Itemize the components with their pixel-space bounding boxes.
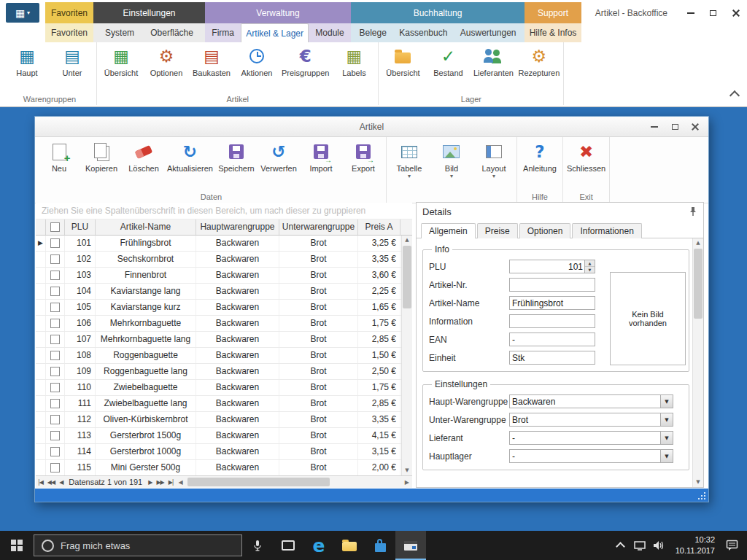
toolbar-item-import[interactable]: →Import [300,137,342,191]
nav-first-button[interactable]: |◀ [36,479,45,486]
table-row[interactable]: 112Oliven-KürbiskernbrotBackwarenBrot3,3… [36,412,401,428]
minimize-button[interactable] [679,2,702,23]
checkbox[interactable] [50,303,60,312]
scroll-left-icon[interactable]: ◀ [179,477,183,488]
checkbox[interactable] [50,238,60,248]
checkbox[interactable] [50,447,60,456]
dropdown-arrow-icon[interactable]: ▼ [660,432,673,444]
toolbar-item-tabelle[interactable]: Tabelle▾ [388,137,430,191]
ribbon-item-bersicht[interactable]: Übersicht [380,42,425,93]
ribbon-item-unter[interactable]: ▤Unter [50,42,95,93]
dropdown-arrow-icon[interactable]: ▼ [660,450,673,462]
nav-next-button[interactable]: ▶ [146,479,154,486]
grid-header-unterwarengruppe[interactable]: Unterwarengruppe [279,219,358,235]
tab-system[interactable]: System [101,23,139,42]
nav-next-page-button[interactable]: ▶▶ [154,479,166,486]
toolbar-item-schliessen[interactable]: ✖Schliessen [565,137,608,191]
backoffice-app-button[interactable] [395,531,426,560]
app-menu-button[interactable]: ▦ ▾ [6,3,39,23]
lieferant-select[interactable]: -▼ [509,431,673,445]
spinner-buttons[interactable]: ▲▼ [584,260,595,273]
details-tab-optionen[interactable]: Optionen [519,223,571,238]
table-row[interactable]: 108RoggenbaguetteBackwarenBrot1,50 € [36,348,401,364]
dropdown-arrow-icon[interactable]: ▼ [660,413,673,426]
nav-prev-button[interactable]: ◀ [57,479,65,486]
grid-vertical-scrollbar[interactable]: ▲ ▼ [401,236,412,475]
ribbon-category-einstellungen[interactable]: Einstellungen [93,2,205,23]
information-input[interactable] [509,314,595,328]
checkbox[interactable] [50,399,60,408]
tab-favoriten[interactable]: Favoriten [47,23,92,42]
checkbox[interactable] [50,431,60,440]
scrollbar-thumb[interactable] [187,478,330,486]
ribbon-item-baukasten[interactable]: ▤Baukasten [189,42,234,93]
ribbon-item-haupt[interactable]: ▦Haupt [4,42,50,93]
ribbon-item-rezepturen[interactable]: ⚙Rezepturen [516,42,562,93]
grid-header-plu[interactable]: PLU [65,219,96,235]
artikel-window-titlebar[interactable]: Artikel [35,117,708,137]
close-button[interactable] [724,2,747,23]
tray-expand-button[interactable] [611,541,630,550]
checkbox[interactable] [50,463,60,472]
plu-input[interactable]: 101▲▼ [509,260,595,273]
einheit-input[interactable]: Stk [509,351,595,365]
store-button[interactable] [365,531,395,560]
checkbox[interactable] [50,222,60,232]
microphone-button[interactable] [242,531,273,560]
scroll-down-icon[interactable]: ▼ [693,478,703,487]
grid-header-hauptwarengruppe[interactable]: Hauptwarengruppe [196,219,279,235]
nav-prev-page-button[interactable]: ◀◀ [45,479,57,486]
action-center-button[interactable] [722,540,741,551]
scroll-right-icon[interactable]: ▶ [405,477,409,488]
ribbon-category-verwaltung[interactable]: Verwaltung [205,2,351,23]
details-tab-preise[interactable]: Preise [477,223,518,238]
dropdown-arrow-icon[interactable]: ▼ [660,395,673,408]
volume-button[interactable] [649,540,668,551]
tab-auswertungen[interactable]: Auswertungen [456,23,521,42]
grid-header-artikel-name[interactable]: Artikel-Name [96,219,196,235]
toolbar-item-export[interactable]: →Export [342,137,384,191]
scrollbar-thumb[interactable] [403,246,411,308]
toolbar-item-l-schen[interactable]: Löschen [123,137,165,191]
checkbox[interactable] [50,319,60,328]
tab-oberfl-che[interactable]: Oberfläche [146,23,198,42]
ribbon-category-favoriten[interactable]: Favoriten [45,2,93,23]
file-explorer-button[interactable] [334,531,365,560]
scroll-up-icon[interactable]: ▲ [402,236,412,245]
toolbar-item-layout[interactable]: Layout▾ [473,137,515,191]
tab-firma[interactable]: Firma [207,23,239,42]
table-row[interactable]: 104Kaviarstange langBackwarenBrot2,25 € [36,284,401,300]
table-row[interactable]: 106MehrkornbaguetteBackwarenBrot1,75 € [36,316,401,332]
checkbox[interactable] [50,415,60,424]
toolbar-item-aktualisieren[interactable]: ↻Aktualisieren [165,137,215,191]
table-row[interactable]: 111Zwiebelbaguette langBackwarenBrot2,85… [36,396,401,412]
table-row[interactable]: 105Kaviarstange kurzBackwarenBrot1,65 € [36,300,401,316]
maximize-button[interactable] [702,2,724,23]
hauptlager-select[interactable]: -▼ [509,449,673,463]
ribbon-item-lieferanten[interactable]: Lieferanten [471,42,516,93]
nav-last-button[interactable]: ▶| [166,479,176,486]
tab-artikel-lager[interactable]: Artikel & Lager [241,23,309,42]
artikel-name-input[interactable]: Frühlingsbrot [509,296,595,310]
maximize-button[interactable] [665,117,685,136]
toolbar-item-speichern[interactable]: Speichern [215,137,258,191]
toolbar-item-anleitung[interactable]: ?Anleitung [519,137,561,191]
start-button[interactable] [0,531,34,560]
scroll-up-icon[interactable]: ▲ [693,238,703,248]
table-row[interactable]: 114Gersterbrot 1000gBackwarenBrot3,15 € [36,444,401,460]
tab-belege[interactable]: Belege [355,23,390,42]
ribbon-category-support[interactable]: Support [525,2,581,23]
ribbon-item-bestand[interactable]: ✓Bestand [425,42,471,93]
task-view-button[interactable] [273,531,303,560]
tab-kassenbuch[interactable]: Kassenbuch [395,23,452,42]
resize-grip-icon[interactable] [697,491,705,499]
checkbox[interactable] [50,351,60,360]
ribbon-item-aktionen[interactable]: Aktionen [234,42,279,93]
taskbar-clock[interactable]: 10:32 10.11.2017 [676,534,715,556]
checkbox[interactable] [50,287,60,296]
ribbon-item-labels[interactable]: ▦Labels [331,42,376,93]
close-button[interactable] [685,117,705,136]
tab-module[interactable]: Module [311,23,348,42]
grid-horizontal-scrollbar[interactable]: ◀ ▶ [177,477,411,488]
grid-header-select-all[interactable] [46,219,65,235]
